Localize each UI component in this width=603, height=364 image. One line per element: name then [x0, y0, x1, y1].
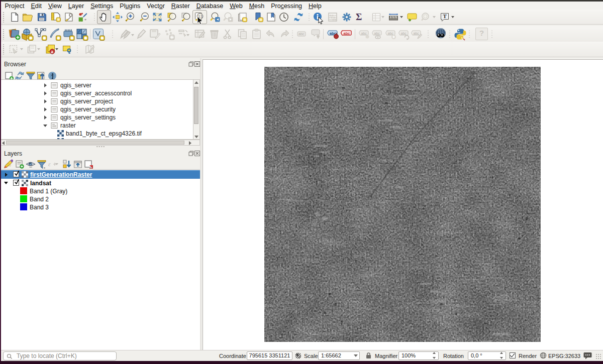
svg-text:abc: abc — [388, 32, 394, 35]
svg-text:abc: abc — [374, 32, 380, 35]
svg-text:T: T — [443, 13, 447, 19]
svg-text:a: a — [51, 49, 53, 54]
svg-text:abc: abc — [344, 31, 350, 36]
svg-text:abc: abc — [414, 32, 420, 35]
svg-text:abc: abc — [401, 32, 407, 35]
svg-text:abc: abc — [298, 32, 305, 36]
svg-text:ε: ε — [48, 161, 51, 168]
svg-text:abc: abc — [361, 32, 367, 35]
